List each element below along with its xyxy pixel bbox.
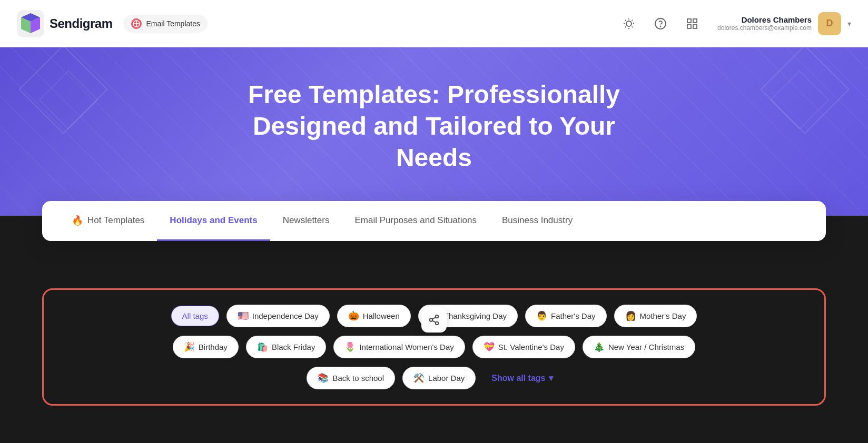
svg-line-15 bbox=[625, 26, 626, 27]
tab-business-label: Business Industry bbox=[502, 215, 573, 226]
tag-labor-day[interactable]: ⚒️ Labor Day bbox=[402, 367, 476, 389]
tag-all-tags-label: All tags bbox=[182, 311, 208, 320]
tab-business-industry[interactable]: Business Industry bbox=[489, 201, 585, 241]
badge-icon bbox=[131, 18, 142, 29]
birthday-emoji: 🎉 bbox=[184, 341, 195, 353]
show-all-chevron: ▾ bbox=[549, 373, 553, 383]
svg-point-23 bbox=[436, 315, 439, 318]
logo-text: Sendigram bbox=[50, 16, 113, 31]
show-all-tags-label: Show all tags bbox=[491, 374, 545, 383]
svg-rect-21 bbox=[687, 25, 691, 28]
tag-fathers-day-label: Father's Day bbox=[551, 311, 596, 320]
tag-womens-day-label: International Women's Day bbox=[359, 343, 453, 351]
hero-title: Free Templates: Professionally Designed … bbox=[223, 79, 645, 174]
mothers-day-emoji: 👩 bbox=[625, 310, 636, 321]
tag-valentines-day-label: St. Valentine's Day bbox=[498, 343, 564, 351]
user-email: dolores.chambers@example.com bbox=[717, 24, 812, 32]
tag-halloween[interactable]: 🎃 Halloween bbox=[337, 305, 411, 327]
tag-thanksgiving-label: Thanksgiving Day bbox=[444, 311, 507, 320]
share-icon bbox=[428, 314, 440, 326]
svg-point-18 bbox=[660, 26, 661, 26]
new-year-christmas-emoji: 🎄 bbox=[594, 341, 605, 353]
svg-line-16 bbox=[632, 19, 633, 20]
tab-email-purposes-label: Email Purposes and Situations bbox=[354, 215, 477, 226]
tabs-bar: 🔥 Hot Templates Holidays and Events News… bbox=[42, 201, 826, 241]
tab-hot-templates[interactable]: 🔥 Hot Templates bbox=[59, 201, 157, 241]
tab-newsletters[interactable]: Newsletters bbox=[270, 201, 342, 241]
user-avatar: D bbox=[818, 12, 841, 35]
tags-row-3: 📚 Back to school ⚒️ Labor Day Show all t… bbox=[61, 367, 807, 389]
tab-holidays-label: Holidays and Events bbox=[170, 215, 257, 226]
tag-independence-day[interactable]: 🇺🇸 Independence Day bbox=[226, 305, 330, 327]
tag-fathers-day[interactable]: 👨 Father's Day bbox=[525, 305, 607, 327]
tab-holidays-events[interactable]: Holidays and Events bbox=[157, 201, 270, 241]
grid-icon[interactable] bbox=[684, 15, 701, 32]
womens-day-emoji: 🌷 bbox=[344, 341, 356, 353]
tag-labor-day-label: Labor Day bbox=[428, 374, 465, 382]
app-header: Sendigram Email Templates bbox=[0, 0, 868, 47]
svg-point-24 bbox=[430, 318, 433, 321]
tags-wrapper: All tags 🇺🇸 Independence Day 🎃 Halloween… bbox=[42, 288, 826, 406]
tag-halloween-label: Halloween bbox=[363, 311, 400, 320]
user-section[interactable]: Dolores Chambers dolores.chambers@exampl… bbox=[717, 12, 851, 35]
tag-all-tags[interactable]: All tags bbox=[171, 306, 219, 326]
logo-icon bbox=[17, 10, 44, 37]
svg-point-25 bbox=[436, 322, 439, 325]
tab-email-purposes[interactable]: Email Purposes and Situations bbox=[342, 201, 489, 241]
independence-day-emoji: 🇺🇸 bbox=[238, 310, 249, 321]
labor-day-emoji: ⚒️ bbox=[413, 372, 425, 384]
show-all-tags-button[interactable]: Show all tags ▾ bbox=[483, 368, 561, 388]
fathers-day-emoji: 👨 bbox=[536, 310, 547, 321]
hero-banner: Free Templates: Professionally Designed … bbox=[0, 47, 868, 216]
user-menu-chevron: ▾ bbox=[847, 19, 851, 28]
valentines-day-emoji: 💝 bbox=[484, 341, 495, 353]
user-info: Dolores Chambers dolores.chambers@exampl… bbox=[717, 15, 812, 32]
user-name: Dolores Chambers bbox=[717, 15, 812, 24]
svg-point-17 bbox=[655, 18, 666, 29]
svg-line-27 bbox=[432, 317, 436, 319]
svg-rect-20 bbox=[693, 19, 697, 23]
help-icon[interactable] bbox=[652, 15, 669, 32]
tag-back-to-school-label: Back to school bbox=[332, 374, 384, 382]
tab-hot-label: Hot Templates bbox=[87, 215, 144, 226]
svg-rect-22 bbox=[693, 25, 697, 28]
tag-black-friday[interactable]: 🛍️ Black Friday bbox=[246, 336, 327, 358]
tag-mothers-day-label: Mother's Day bbox=[640, 311, 686, 320]
tab-newsletters-label: Newsletters bbox=[283, 215, 330, 226]
back-to-school-emoji: 📚 bbox=[318, 372, 329, 384]
tag-birthday-label: Birthday bbox=[199, 343, 228, 351]
tag-new-year-christmas-label: New Year / Christmas bbox=[608, 343, 684, 351]
logo-group: Sendigram bbox=[17, 10, 113, 37]
sun-icon[interactable] bbox=[620, 15, 637, 32]
tag-mothers-day[interactable]: 👩 Mother's Day bbox=[614, 305, 697, 327]
badge-label: Email Templates bbox=[146, 19, 200, 28]
tag-birthday[interactable]: 🎉 Birthday bbox=[173, 336, 239, 358]
hot-icon: 🔥 bbox=[72, 215, 83, 226]
svg-point-8 bbox=[626, 21, 632, 26]
tag-back-to-school[interactable]: 📚 Back to school bbox=[307, 367, 395, 389]
share-button[interactable] bbox=[421, 307, 447, 333]
tag-new-year-christmas[interactable]: 🎄 New Year / Christmas bbox=[583, 336, 695, 358]
halloween-emoji: 🎃 bbox=[348, 310, 359, 321]
header-icon-group bbox=[620, 15, 701, 32]
tags-section: All tags 🇺🇸 Independence Day 🎃 Halloween… bbox=[0, 273, 868, 427]
svg-line-14 bbox=[632, 26, 633, 27]
svg-line-13 bbox=[625, 19, 626, 20]
tags-row-2: 🎉 Birthday 🛍️ Black Friday 🌷 Internation… bbox=[61, 336, 807, 358]
tag-womens-day[interactable]: 🌷 International Women's Day bbox=[333, 336, 465, 358]
svg-line-26 bbox=[432, 320, 436, 323]
svg-rect-19 bbox=[687, 19, 691, 23]
email-templates-badge[interactable]: Email Templates bbox=[123, 15, 208, 33]
black-friday-emoji: 🛍️ bbox=[257, 341, 268, 353]
tag-black-friday-label: Black Friday bbox=[272, 343, 315, 351]
tag-valentines-day[interactable]: 💝 St. Valentine's Day bbox=[472, 336, 575, 358]
tag-independence-day-label: Independence Day bbox=[252, 311, 319, 320]
